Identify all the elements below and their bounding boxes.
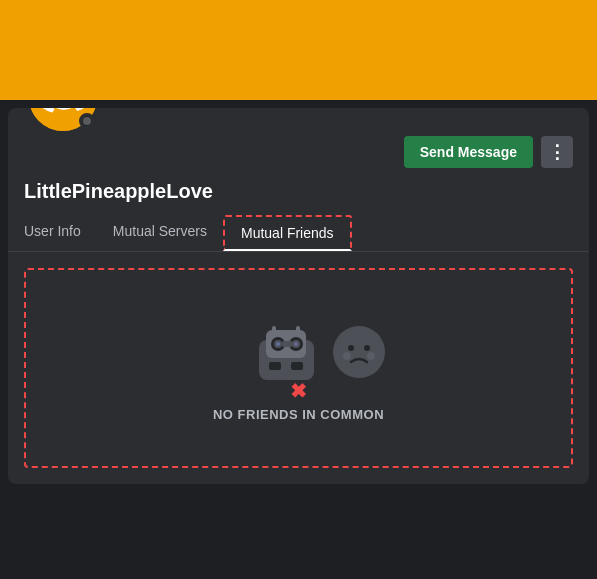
illustration: ✖ xyxy=(199,315,399,395)
svg-rect-9 xyxy=(269,362,281,370)
svg-rect-11 xyxy=(272,326,276,334)
username: LittlePineappleLove xyxy=(24,180,573,203)
svg-point-16 xyxy=(343,352,351,360)
x-mark-icon: ✖ xyxy=(290,379,307,403)
svg-rect-10 xyxy=(291,362,303,370)
more-options-icon: ⋮ xyxy=(548,141,566,163)
avatar-container xyxy=(24,108,102,136)
profile-banner xyxy=(0,0,597,100)
avatar-ring xyxy=(24,108,102,136)
svg-point-17 xyxy=(367,352,375,360)
more-options-button[interactable]: ⋮ xyxy=(541,136,573,168)
svg-point-4 xyxy=(276,342,280,346)
status-indicator xyxy=(79,113,95,129)
send-message-button[interactable]: Send Message xyxy=(404,136,533,168)
no-friends-label: NO FRIENDS IN COMMON xyxy=(213,407,384,422)
svg-point-13 xyxy=(333,326,385,378)
tab-mutual-friends[interactable]: Mutual Friends xyxy=(223,215,352,251)
svg-point-7 xyxy=(294,342,298,346)
tabs: User Info Mutual Servers Mutual Friends xyxy=(24,215,573,251)
svg-point-14 xyxy=(348,345,354,351)
discord-logo-icon xyxy=(41,108,85,119)
svg-rect-8 xyxy=(282,341,293,347)
tab-content: ✖ NO FRIENDS IN COMMON xyxy=(8,252,589,484)
no-friends-box: ✖ NO FRIENDS IN COMMON xyxy=(24,268,573,468)
ghost-character-icon xyxy=(309,320,399,390)
tab-mutual-servers[interactable]: Mutual Servers xyxy=(97,215,223,251)
username-section: LittlePineappleLove User Info Mutual Ser… xyxy=(8,168,589,252)
profile-card: Send Message ⋮ LittlePineappleLove User … xyxy=(8,108,589,484)
tab-user-info[interactable]: User Info xyxy=(24,215,97,251)
svg-point-15 xyxy=(364,345,370,351)
svg-rect-12 xyxy=(296,326,300,334)
